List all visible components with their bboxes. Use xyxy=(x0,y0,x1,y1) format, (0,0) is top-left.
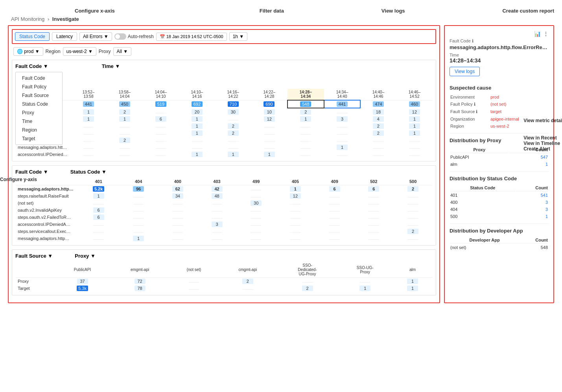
errors-dropdown[interactable]: All Errors ▼ xyxy=(79,32,112,41)
menu-status-code[interactable]: Status Code xyxy=(16,100,62,108)
chart-icon[interactable]: 📊 xyxy=(534,31,541,37)
col-499[interactable]: 499 xyxy=(236,178,276,185)
col-time-9[interactable]: 14:40–14:46 xyxy=(360,89,396,100)
table-row: steps.raisefault.RaiseFault 1 34 48 12 xyxy=(15,192,433,200)
x-axis-time-btn[interactable]: Time ▼ xyxy=(102,63,120,69)
table-row: 2 xyxy=(15,137,433,144)
latency-tab[interactable]: Latency xyxy=(52,32,77,41)
table-row: 1 2 2 1 xyxy=(15,123,433,130)
left-panel: Status Code Latency All Errors ▼ Auto-re… xyxy=(8,25,440,303)
col-publicapi[interactable]: PublicAPI xyxy=(55,262,110,278)
table-row: Proxy 37 72 2 1 xyxy=(15,278,433,285)
col-not-set[interactable]: (not set) xyxy=(170,262,218,278)
dist-proxy-col1: Proxy xyxy=(450,147,509,153)
section2-header: Fault Code ▼ Status Code ▼ xyxy=(15,169,433,175)
table-row: 1 1 6 1 12 1 3 4 1 xyxy=(15,115,433,123)
fault-code-label: Fault Code ℹ xyxy=(450,38,549,44)
date-picker[interactable]: 📅 18 Jan 2019 14:52 UTC-0500 xyxy=(156,33,227,41)
dist-proxy-row: PublicAPI 547 xyxy=(450,154,548,160)
section-fault-proxy: Fault Source ▼ Proxy ▼ PublicAPI emgmt-a… xyxy=(12,249,436,295)
col-time-7-selected[interactable]: 14:28–14:34 xyxy=(287,89,324,100)
menu-time[interactable]: Time xyxy=(16,117,62,126)
dist-dev-app-table: Developer App Count (not set) 548 xyxy=(450,236,549,251)
table-row: accesscontrol.IPDeniedA… 1 1 1 xyxy=(15,151,433,158)
table-row: 441 450 519 692 710 690 548 441 474 460 xyxy=(15,100,433,108)
duration-dropdown[interactable]: 1h ▼ xyxy=(229,32,248,41)
y-axis-fault-code-btn2[interactable]: Fault Code ▼ xyxy=(15,169,48,175)
col-time-4[interactable]: 14:10–14:16 xyxy=(179,89,215,100)
col-time-2[interactable]: 13:58–14:04 xyxy=(107,89,143,100)
region-label: Region xyxy=(46,49,61,54)
breadcrumb-parent[interactable]: API Monitoring xyxy=(11,16,44,22)
configure-y-annotation: Configure y-axis xyxy=(0,177,37,182)
view-logs-button[interactable]: View logs xyxy=(450,67,480,76)
section-fault-status: Fault Code ▼ Status Code ▼ 401 404 400 xyxy=(12,165,436,245)
col-time-10[interactable]: 14:46–14:52 xyxy=(396,89,433,100)
col-404[interactable]: 404 xyxy=(119,178,158,185)
menu-target[interactable]: Target xyxy=(16,134,62,143)
dist-status-row: 400 3 xyxy=(450,199,548,205)
kv-fault-source: Fault Source ℹ target xyxy=(450,108,548,115)
create-custom-report-annotation: Create custom report xyxy=(502,8,554,14)
more-options-icon[interactable]: ⋮ xyxy=(543,31,549,37)
env-dropdown[interactable]: 🌐 prod ▼ xyxy=(13,47,43,56)
y-axis-dropdown-menu: Fault Code Fault Policy Fault Source Sta… xyxy=(15,72,63,145)
section1-table: 13:52–13:58 13:58–14:04 14:04–14:10 14:1… xyxy=(15,89,433,158)
y-axis-fault-code-btn[interactable]: Fault Code ▼ xyxy=(15,63,48,69)
menu-fault-source[interactable]: Fault Source xyxy=(16,91,62,100)
y-axis-fault-source-btn[interactable]: Fault Source ▼ xyxy=(15,253,53,259)
menu-fault-code[interactable]: Fault Code xyxy=(16,74,62,82)
section-fault-time: Fault Code ▼ Fault Code Fault Policy Fau… xyxy=(12,60,436,161)
time-value: 14:28–14:34 xyxy=(450,57,549,64)
table-row: oauth.v2.InvalidApiKey 6 xyxy=(15,207,433,214)
col-emgmt-api[interactable]: emgmt-api xyxy=(110,262,170,278)
kv-environment: Environment prod xyxy=(450,94,548,100)
dist-status-table: Status Code Count 401 541 400 3 404 xyxy=(450,184,549,220)
auto-refresh-toggle[interactable] xyxy=(114,33,126,40)
col-alm[interactable]: alm xyxy=(392,262,433,278)
x-axis-status-code-btn[interactable]: Status Code ▼ xyxy=(70,169,107,175)
col-500[interactable]: 500 xyxy=(393,178,433,185)
table-row: accesscontrol.IPDeniedA… 3 xyxy=(15,221,433,228)
menu-fault-policy[interactable]: Fault Policy xyxy=(16,82,62,91)
col-502[interactable]: 502 xyxy=(354,178,393,185)
dist-status-row: 404 3 xyxy=(450,206,548,212)
table-row: messaging.adaptors.http… 1 xyxy=(15,235,433,242)
col-400[interactable]: 400 xyxy=(158,178,197,185)
toolbar-row2: 🌐 prod ▼ Region us-west-2 ▼ Proxy All ▼ xyxy=(12,47,436,56)
status-code-tab[interactable]: Status Code xyxy=(15,32,50,41)
col-time-3[interactable]: 14:04–14:10 xyxy=(143,89,179,100)
col-405[interactable]: 405 xyxy=(276,178,315,185)
right-panel: 📊 ⋮ Fault Code ℹ messaging.adaptors.http… xyxy=(444,25,554,303)
table-row: messaging.adaptors.http… 1 xyxy=(15,144,433,151)
col-401[interactable]: 401 xyxy=(78,178,119,185)
section1-header: Fault Code ▼ Fault Code Fault Policy Fau… xyxy=(15,63,433,69)
table-row: Target 5.3k 78 2 1 1 xyxy=(15,285,433,292)
col-time-6[interactable]: 14:22–14:28 xyxy=(251,89,287,100)
section2-table: 401 404 400 403 499 405 409 502 500 xyxy=(15,178,433,242)
divider2 xyxy=(450,171,549,172)
col-409[interactable]: 409 xyxy=(315,178,354,185)
view-logs-annotation: View logs xyxy=(381,8,405,14)
dist-status-col2: Count xyxy=(516,185,548,191)
col-time-8[interactable]: 14:34–14:40 xyxy=(324,89,360,100)
region-dropdown[interactable]: us-west-2 ▼ xyxy=(63,47,96,56)
proxy-dropdown[interactable]: All ▼ xyxy=(113,47,132,56)
col-time-1[interactable]: 13:52–13:58 xyxy=(70,89,107,100)
col-time-5[interactable]: 14:16–14:22 xyxy=(215,89,251,100)
dist-devapp-col1: Developer App xyxy=(450,237,519,244)
col-sso-dedicated[interactable]: SSO-Dedicated-UG-Proxy xyxy=(277,262,338,278)
col-sso-ug[interactable]: SSO-UG-Proxy xyxy=(337,262,392,278)
col-403[interactable]: 403 xyxy=(197,178,237,185)
x-axis-proxy-btn[interactable]: Proxy ▼ xyxy=(75,253,96,259)
menu-region[interactable]: Region xyxy=(16,126,62,134)
menu-proxy[interactable]: Proxy xyxy=(16,108,62,117)
fault-code-value: messaging.adaptors.http.flow.ErrorRe… xyxy=(450,44,549,50)
create-alert-annotation: Create Alert xyxy=(523,146,562,152)
suspected-cause-heading: Suspected cause xyxy=(450,85,549,91)
table-row: steps.servicecallout.Exec… 2 xyxy=(15,228,433,235)
toggle-knob xyxy=(115,34,120,39)
col-cmgmt-api[interactable]: cmgmt-api xyxy=(218,262,277,278)
section3-table: PublicAPI emgmt-api (not set) cmgmt-api … xyxy=(15,262,433,292)
divider3 xyxy=(450,223,549,224)
